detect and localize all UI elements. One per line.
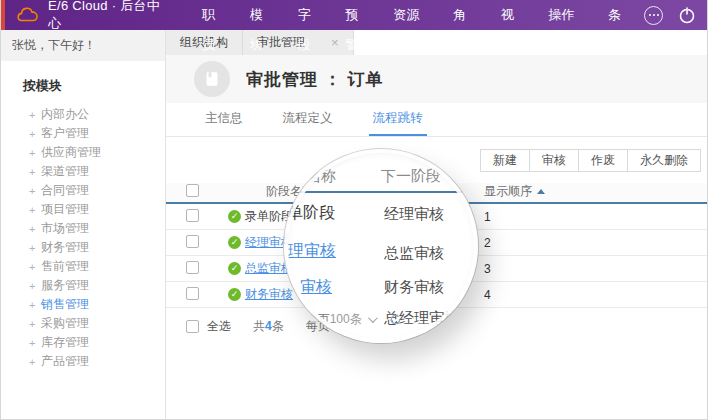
sidebar-item-label: 内部办公 (41, 106, 89, 123)
total-count: 共4条 (253, 318, 284, 335)
per-page-value: 100条 (330, 312, 362, 326)
sidebar-item-contract[interactable]: +合同管理 (1, 181, 165, 200)
close-icon[interactable]: × (331, 35, 339, 50)
select-all-label[interactable]: 全选 (207, 318, 231, 335)
row-checkbox[interactable] (186, 261, 199, 274)
menu-alerts[interactable]: 预警 (333, 0, 381, 30)
sidebar-item-label: 客户管理 (41, 125, 89, 142)
sidebar-item-label: 合同管理 (41, 182, 89, 199)
void-button[interactable]: 作废 (579, 149, 628, 172)
subtab-main-info[interactable]: 主信息 (201, 110, 247, 136)
menu-roles[interactable]: 角色 (441, 0, 489, 30)
row-checkbox[interactable] (186, 235, 199, 248)
menu-resource-pool[interactable]: 资源池 (381, 0, 441, 30)
sidebar-item-purchase[interactable]: +采购管理 (1, 314, 165, 333)
magnified-stage-link[interactable]: 审核 (300, 277, 332, 298)
sidebar-item-supplier[interactable]: +供应商管理 (1, 143, 165, 162)
sidebar-item-label: 销售管理 (41, 296, 89, 313)
sidebar-item-project[interactable]: +项目管理 (1, 200, 165, 219)
magnified-next-stage: 财务审核 (384, 278, 444, 297)
menu-fields[interactable]: 字段 (286, 0, 334, 30)
approved-check-icon: ✓ (228, 210, 241, 223)
sidebar-item-label: 库存管理 (41, 334, 89, 351)
expand-icon[interactable]: + (29, 261, 41, 273)
approved-check-icon: ✓ (228, 262, 241, 275)
menu-modules[interactable]: 模块 (238, 0, 286, 30)
magnifier-content: 名称 下一阶段 录单 单阶段 经理审核 经理 理审核 总监审核 总监 财务 审核… (284, 149, 478, 343)
approved-check-icon: ✓ (228, 236, 241, 249)
display-order: 3 (479, 262, 708, 276)
top-menu: 职员 模块 字段 预警 资源池 角色 视图 操作员 条件 (190, 0, 644, 30)
total-prefix: 共 (253, 319, 265, 333)
permanent-delete-button[interactable]: 永久删除 (628, 149, 701, 172)
menu-conditions[interactable]: 条件 (596, 0, 644, 30)
select-all-checkbox[interactable] (186, 184, 199, 197)
expand-icon[interactable]: + (29, 318, 41, 330)
expand-icon[interactable]: + (29, 166, 41, 178)
magnified-stage-link[interactable]: 理审核 (288, 241, 336, 262)
sidebar-item-service[interactable]: +服务管理 (1, 276, 165, 295)
sidebar-item-label: 采购管理 (41, 315, 89, 332)
sidebar-item-label: 售前管理 (41, 258, 89, 275)
select-all-footer-checkbox[interactable] (186, 320, 199, 333)
sidebar-section-title: 按模块 (23, 77, 165, 95)
sidebar-item-label: 财务管理 (41, 239, 89, 256)
sidebar-item-label: 市场管理 (41, 220, 89, 237)
total-count-number: 4 (265, 319, 272, 333)
magnified-fragment[interactable]: 经理 (284, 230, 288, 247)
expand-icon[interactable]: + (29, 128, 41, 140)
expand-icon[interactable]: + (29, 337, 41, 349)
menu-staff[interactable]: 职员 (190, 0, 238, 30)
expand-icon[interactable]: + (29, 204, 41, 216)
expand-icon[interactable]: + (29, 147, 41, 159)
button-group: 新建 审核 作废 永久删除 (480, 149, 701, 172)
sidebar-item-inventory[interactable]: +库存管理 (1, 333, 165, 352)
sidebar-item-presales[interactable]: +售前管理 (1, 257, 165, 276)
column-header-label: 显示顺序 (484, 183, 532, 200)
menu-views[interactable]: 视图 (489, 0, 537, 30)
column-header-order[interactable]: 显示顺序 (479, 183, 708, 200)
sort-ascending-icon[interactable] (537, 189, 545, 194)
sidebar-item-sales[interactable]: +销售管理 (1, 295, 165, 314)
row-checkbox[interactable] (186, 287, 199, 300)
sidebar-item-label: 服务管理 (41, 277, 89, 294)
expand-icon[interactable]: + (29, 185, 41, 197)
sidebar-item-customer[interactable]: +客户管理 (1, 124, 165, 143)
sidebar-item-market[interactable]: +市场管理 (1, 219, 165, 238)
subtab-process-definition[interactable]: 流程定义 (279, 110, 337, 136)
brand-title: E/6 Cloud · 后台中心 (48, 0, 166, 33)
document-icon (194, 61, 230, 97)
new-button[interactable]: 新建 (480, 149, 530, 172)
sidebar: 张悦，下午好！ 按模块 +内部办公 +客户管理 +供应商管理 +渠道管理 +合同… (1, 30, 166, 419)
sidebar-item-label: 项目管理 (41, 201, 89, 218)
subtab-process-jump[interactable]: 流程跳转 (369, 110, 427, 136)
expand-icon[interactable]: + (29, 356, 41, 368)
sidebar-item-label: 渠道管理 (41, 163, 89, 180)
magnified-next-stage: 总监审核 (384, 244, 444, 263)
greeting-text: 张悦，下午好！ (1, 30, 165, 61)
sidebar-item-product[interactable]: +产品管理 (1, 352, 165, 371)
subtabs: 主信息 流程定义 流程跳转 (166, 103, 708, 137)
magnified-stage: 单阶段 (287, 203, 335, 224)
sidebar-item-internal-office[interactable]: +内部办公 (1, 105, 165, 124)
stage-name-link[interactable]: 财务审核 (245, 286, 293, 303)
display-order: 1 (479, 210, 708, 224)
page-title: 审批管理 ： 订单 (246, 68, 383, 91)
sidebar-item-channel[interactable]: +渠道管理 (1, 162, 165, 181)
magnified-next-stage: 经理审核 (384, 205, 444, 224)
power-icon[interactable] (677, 5, 697, 25)
menu-operators[interactable]: 操作员 (537, 0, 597, 30)
expand-icon[interactable]: + (29, 109, 41, 121)
sidebar-item-finance[interactable]: +财务管理 (1, 238, 165, 257)
window-tabstrip: 组织机构 审批管理 × (166, 30, 708, 55)
display-order: 4 (479, 288, 708, 302)
audit-button[interactable]: 审核 (530, 149, 579, 172)
brand: E/6 Cloud · 后台中心 (15, 0, 166, 33)
row-checkbox[interactable] (186, 209, 199, 222)
expand-icon[interactable]: + (29, 280, 41, 292)
expand-icon[interactable]: + (29, 299, 41, 311)
more-options-icon[interactable] (644, 6, 663, 25)
expand-icon[interactable]: + (29, 242, 41, 254)
expand-icon[interactable]: + (29, 223, 41, 235)
topbar-icons (644, 5, 697, 25)
